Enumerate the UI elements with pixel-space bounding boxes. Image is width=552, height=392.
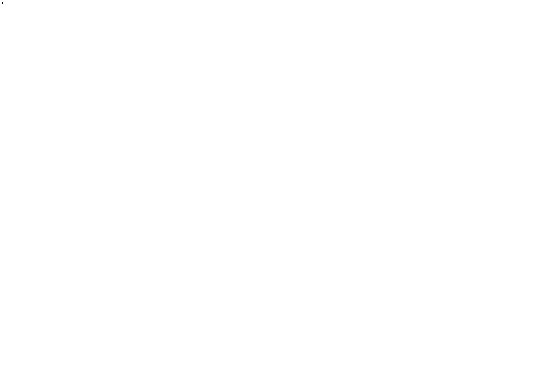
package-org-tab: org bbox=[2, 2, 17, 4]
connectors bbox=[0, 0, 498, 4]
